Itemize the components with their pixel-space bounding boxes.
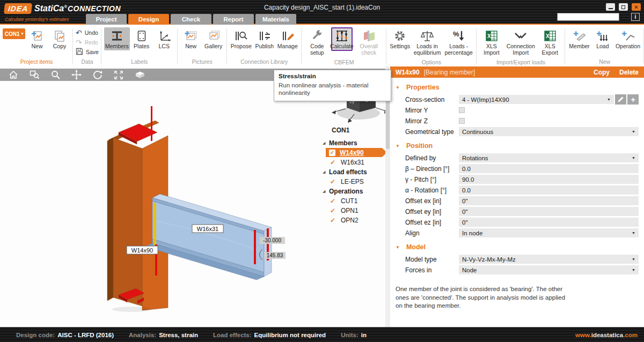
button-label: Plates — [134, 43, 149, 50]
solid-view-button[interactable] — [135, 71, 145, 79]
section-properties[interactable]: ▼ Properties — [396, 84, 644, 91]
members-labels-toggle[interactable]: Members — [104, 27, 130, 50]
tree-item-w16x31[interactable]: ✓ W16x31 — [330, 158, 387, 167]
zoom-button[interactable] — [51, 70, 60, 79]
tree-item-opn2[interactable]: ✓ OPN2 — [330, 215, 387, 225]
connection-import-button[interactable]: Connection Import — [505, 27, 536, 57]
properties-panel: W14x90 [Bearing member] Copy Delete ▼ Pr… — [390, 66, 644, 327]
gamma-pitch-input[interactable]: 90.0 — [459, 175, 639, 184]
plates-labels-toggle[interactable]: Plates — [131, 27, 152, 50]
minimize-button[interactable] — [606, 3, 615, 11]
code-setup-button[interactable]: Code setup — [304, 27, 330, 57]
delete-member-button[interactable]: Delete — [619, 69, 639, 76]
expander-icon[interactable]: ◢ — [320, 141, 329, 145]
offset-ez-input[interactable]: 0" — [459, 218, 639, 227]
xls-export-button[interactable]: X XLS Export — [537, 27, 562, 57]
copy-item-button[interactable]: Copy — [49, 27, 70, 50]
check-icon[interactable]: ✓ — [330, 178, 341, 185]
fit-to-screen-button[interactable] — [114, 70, 123, 80]
settings-button[interactable]: Settings — [389, 27, 411, 50]
new-operation-button[interactable]: Operation — [614, 27, 641, 50]
search-box[interactable] — [557, 13, 619, 21]
mirror-y-checkbox[interactable] — [459, 107, 465, 113]
xls-import-button[interactable]: X XLS Import — [479, 27, 504, 57]
tab-design[interactable]: Design — [128, 14, 169, 25]
section-position[interactable]: ▼ Position — [396, 142, 644, 150]
group-label: Project items — [3, 56, 70, 66]
zoom-window-button[interactable] — [30, 70, 40, 79]
edit-cross-section-button[interactable] — [615, 94, 626, 105]
offset-ex-input[interactable]: 0" — [459, 196, 639, 205]
xls-icon: X — [485, 28, 498, 43]
pan-button[interactable] — [71, 70, 82, 80]
collapse-triangle-icon[interactable]: ▼ — [396, 85, 400, 90]
add-cross-section-button[interactable]: + — [627, 94, 639, 105]
search-input[interactable] — [558, 14, 632, 20]
rotate-view-button[interactable] — [93, 70, 103, 79]
tree-item-le-eps[interactable]: ✓ LE-EPS — [330, 177, 387, 186]
new-member-button[interactable]: Member — [568, 27, 591, 50]
button-label: XLS Export — [538, 43, 561, 56]
undo-button[interactable]: ↶Undo — [76, 28, 99, 37]
close-button[interactable]: × — [632, 3, 641, 11]
tree-root-con1[interactable]: CON1 — [332, 127, 387, 134]
scrollbar-track[interactable] — [385, 66, 390, 327]
alpha-rotation-input[interactable]: 0.0 — [459, 185, 639, 195]
collapse-triangle-icon[interactable]: ▼ — [396, 245, 400, 250]
pan-icon — [71, 70, 82, 80]
tab-check[interactable]: Check — [171, 14, 211, 25]
mirror-z-checkbox[interactable] — [459, 118, 465, 124]
check-icon[interactable]: ✓ — [330, 159, 341, 166]
button-label: New — [185, 43, 196, 50]
new-picture-button[interactable]: New — [180, 27, 202, 50]
copy-member-button[interactable]: Copy — [594, 69, 610, 76]
geometrical-type-dropdown[interactable]: Continuous ▼ — [459, 127, 639, 136]
collapse-triangle-icon[interactable]: ▼ — [396, 144, 400, 148]
calculate-button[interactable]: Calculate — [331, 27, 353, 51]
check-icon[interactable]: ✓ — [330, 197, 341, 205]
tab-report[interactable]: Report — [213, 14, 254, 25]
ribbon-group-import-export: X XLS Import Connection Import X XLS Exp… — [477, 26, 566, 66]
tree-item-cut1[interactable]: ✓ CUT1 — [330, 196, 387, 205]
tree-item-w14x90[interactable]: ✓ W14x90 — [326, 148, 387, 157]
offset-ey-input[interactable]: 0" — [459, 207, 639, 216]
overall-check-button[interactable]: Overall check — [354, 27, 384, 57]
propose-button[interactable]: Propose — [230, 27, 253, 50]
cross-section-dropdown[interactable]: 4 - W(Imp)14X90 ▼ — [459, 95, 614, 104]
redo-button[interactable]: ↷Redo — [76, 38, 99, 47]
lcs-labels-toggle[interactable]: LCS — [153, 27, 175, 50]
connection-selector[interactable]: CON1▾ — [3, 28, 25, 39]
check-icon[interactable]: ✓ — [330, 207, 341, 214]
loads-in-equilibrium-toggle[interactable]: Loads in equilibrium — [412, 27, 442, 57]
check-icon[interactable]: ✓ — [330, 217, 341, 224]
defined-by-dropdown[interactable]: Rotations ▼ — [459, 153, 639, 162]
section-model[interactable]: ▼ Model — [396, 243, 644, 251]
loads-percentage-toggle[interactable]: % Loads - percentage — [444, 27, 474, 57]
home-view-button[interactable] — [9, 70, 18, 79]
tab-materials[interactable]: Materials — [255, 14, 296, 25]
publish-button[interactable]: Publish — [254, 27, 275, 50]
new-project-item-button[interactable]: New — [26, 27, 48, 50]
tree-group-operations[interactable]: ◢ Operations — [320, 187, 387, 196]
new-load-button[interactable]: Load — [592, 27, 613, 50]
tab-project[interactable]: Project — [86, 14, 127, 25]
align-dropdown[interactable]: In node ▼ — [459, 228, 639, 237]
model-type-dropdown[interactable]: N-Vy-Vz-Mx-My-Mz ▼ — [459, 255, 639, 264]
tree-item-opn1[interactable]: ✓ OPN1 — [330, 206, 387, 215]
field-value: 0.0 — [462, 166, 635, 172]
tree-group-load-effects[interactable]: ◢ Load effects — [320, 167, 387, 176]
new-member-icon — [573, 28, 587, 43]
gallery-button[interactable]: Gallery — [203, 27, 224, 50]
manage-button[interactable]: Manage — [276, 27, 299, 50]
info-button[interactable]: i — [631, 13, 640, 21]
website-link[interactable]: www.ideastatica.com — [575, 332, 638, 338]
viewport-3d[interactable]: Wireframe +Y Z — [0, 66, 390, 327]
checkbox-checked-icon[interactable]: ✓ — [329, 150, 335, 156]
expander-icon[interactable]: ◢ — [320, 170, 329, 174]
tree-group-members[interactable]: ◢ Members — [320, 138, 387, 147]
maximize-button[interactable] — [619, 3, 628, 11]
save-button[interactable]: Save — [76, 48, 99, 56]
expander-icon[interactable]: ◢ — [320, 189, 329, 194]
beta-direction-input[interactable]: 0.0 — [459, 164, 639, 173]
forces-in-dropdown[interactable]: Node ▼ — [459, 265, 639, 274]
